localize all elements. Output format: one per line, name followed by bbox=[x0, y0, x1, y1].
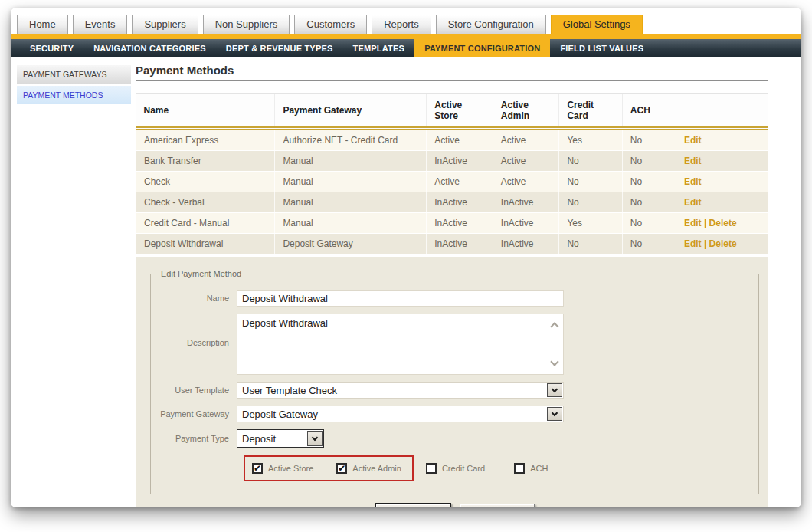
delete-link[interactable]: Delete bbox=[709, 218, 737, 228]
edit-link[interactable]: Edit bbox=[684, 197, 702, 208]
checkbox-ach[interactable]: ACH bbox=[514, 463, 548, 474]
unchecked-checkbox-icon[interactable] bbox=[514, 463, 525, 474]
cell-gateway: Manual bbox=[275, 213, 427, 234]
checked-checkbox-icon[interactable]: ✔ bbox=[336, 463, 347, 474]
action-separator: | bbox=[702, 238, 709, 249]
chevron-down-icon[interactable] bbox=[547, 407, 562, 421]
chevron-down-icon[interactable] bbox=[547, 383, 562, 397]
cell-gateway: Manual bbox=[275, 151, 427, 172]
cell-active-store: InActive bbox=[427, 151, 493, 172]
edit-payment-method-fieldset: Edit Payment Method Name Description Dep… bbox=[150, 269, 759, 494]
sidebar: PAYMENT GATEWAYSPAYMENT METHODS bbox=[11, 62, 136, 507]
chevron-down-icon[interactable] bbox=[307, 431, 323, 446]
payment-methods-table: NamePayment GatewayActive StoreActive Ad… bbox=[136, 93, 768, 255]
application-window: HomeEventsSuppliersNon SuppliersCustomer… bbox=[11, 8, 801, 507]
cell-name: Check bbox=[136, 172, 275, 192]
column-header-name: Name bbox=[136, 94, 275, 129]
edit-link[interactable]: Edit bbox=[684, 238, 702, 249]
cell-active-admin: InActive bbox=[493, 213, 559, 234]
cell-actions: Edit | Delete bbox=[676, 234, 768, 255]
tab-non-suppliers[interactable]: Non Suppliers bbox=[203, 15, 290, 34]
column-header-actions bbox=[676, 94, 768, 129]
table-row: Credit Card - ManualManualInActiveInActi… bbox=[136, 213, 768, 234]
cell-credit-card: No bbox=[559, 151, 622, 172]
tab-suppliers[interactable]: Suppliers bbox=[132, 15, 198, 34]
sidebar-item-payment-methods[interactable]: PAYMENT METHODS bbox=[17, 86, 131, 104]
subnav-item-field-list-values[interactable]: FIELD LIST VALUES bbox=[550, 39, 653, 57]
cell-gateway: Manual bbox=[275, 192, 427, 213]
scroll-down-icon[interactable] bbox=[550, 357, 558, 366]
cell-ach: No bbox=[622, 213, 676, 234]
update-button[interactable]: Update bbox=[375, 503, 451, 507]
column-header-active-store: Active Store bbox=[427, 94, 493, 129]
payment-type-value: Deposit bbox=[242, 433, 276, 445]
cell-name: Check - Verbal bbox=[136, 192, 275, 213]
subnav-item-templates[interactable]: TEMPLATES bbox=[343, 39, 415, 57]
cancel-button[interactable]: Cancel bbox=[460, 504, 535, 507]
cell-actions: Edit | Delete bbox=[676, 213, 768, 234]
sidebar-item-payment-gateways[interactable]: PAYMENT GATEWAYS bbox=[17, 65, 131, 84]
scroll-up-icon[interactable] bbox=[550, 322, 558, 330]
table-row: Bank TransferManualInActiveActiveNoNoEdi… bbox=[136, 151, 768, 172]
edit-link[interactable]: Edit bbox=[684, 176, 702, 187]
accent-strip bbox=[11, 34, 801, 39]
cell-name: Deposit Withdrawal bbox=[136, 234, 275, 255]
tab-home[interactable]: Home bbox=[17, 15, 68, 34]
tab-global-settings[interactable]: Global Settings bbox=[551, 15, 643, 34]
payment-type-select[interactable]: Deposit bbox=[237, 429, 324, 448]
table-row: Check - VerbalManualInActiveInActiveNoNo… bbox=[136, 192, 768, 213]
edit-link[interactable]: Edit bbox=[684, 156, 702, 166]
checkbox-active-admin[interactable]: ✔Active Admin bbox=[336, 463, 401, 474]
subnav-item-dept-revenue-types[interactable]: DEPT & REVENUE TYPES bbox=[216, 39, 343, 57]
payment-gateway-value: Deposit Gateway bbox=[242, 409, 318, 420]
checkbox-credit-card[interactable]: Credit Card bbox=[426, 463, 485, 474]
description-row: Description Deposit Withdrawal bbox=[151, 314, 758, 375]
user-template-row: User Template User Template Check bbox=[151, 382, 758, 399]
cell-actions: Edit bbox=[676, 192, 768, 213]
edit-link[interactable]: Edit bbox=[684, 218, 702, 228]
subnav-item-security[interactable]: SECURITY bbox=[20, 39, 83, 57]
description-label: Description bbox=[151, 338, 237, 347]
checkbox-active-store[interactable]: ✔Active Store bbox=[252, 463, 313, 474]
name-label: Name bbox=[151, 294, 237, 303]
column-header-active-admin: Active Admin bbox=[493, 94, 559, 129]
checkbox-label: ACH bbox=[530, 464, 548, 473]
cell-active-admin: Active bbox=[493, 129, 559, 151]
checked-checkbox-icon[interactable]: ✔ bbox=[252, 463, 263, 474]
cell-ach: No bbox=[622, 129, 676, 151]
checkbox-label: Active Store bbox=[268, 464, 313, 473]
cell-active-store: Active bbox=[427, 129, 493, 151]
subnav-item-navigation-categories[interactable]: NAVIGATION CATEGORIES bbox=[83, 39, 216, 57]
payment-type-row: Payment Type Deposit bbox=[151, 429, 758, 448]
tab-reports[interactable]: Reports bbox=[372, 15, 431, 34]
subnav-item-payment-configuration[interactable]: PAYMENT CONFIGURATION bbox=[414, 39, 550, 57]
cell-active-store: InActive bbox=[427, 234, 493, 255]
cell-name: American Express bbox=[136, 129, 275, 151]
user-template-select[interactable]: User Template Check bbox=[237, 382, 564, 399]
cell-ach: No bbox=[622, 234, 676, 255]
cell-ach: No bbox=[622, 151, 676, 172]
cell-active-store: InActive bbox=[427, 213, 493, 234]
unchecked-checkbox-icon[interactable] bbox=[426, 463, 437, 474]
tab-customers[interactable]: Customers bbox=[294, 15, 367, 34]
tab-store-configuration[interactable]: Store Configuration bbox=[436, 15, 546, 34]
cell-gateway: Deposit Gateway bbox=[275, 234, 427, 255]
name-input[interactable] bbox=[237, 290, 564, 307]
cell-gateway: Manual bbox=[275, 172, 427, 192]
cell-actions: Edit bbox=[676, 172, 768, 192]
delete-link[interactable]: Delete bbox=[709, 238, 737, 249]
action-separator: | bbox=[702, 218, 709, 228]
form-buttons: Update Cancel bbox=[150, 494, 759, 507]
cell-credit-card: No bbox=[559, 192, 622, 213]
payment-type-label: Payment Type bbox=[151, 434, 237, 443]
description-textarea[interactable]: Deposit Withdrawal bbox=[237, 314, 564, 375]
tab-events[interactable]: Events bbox=[73, 15, 128, 34]
edit-link[interactable]: Edit bbox=[684, 135, 702, 146]
cell-active-admin: InActive bbox=[493, 192, 559, 213]
table-row: CheckManualActiveActiveNoNoEdit bbox=[136, 172, 768, 192]
annotation-highlight-box: ✔Active Store✔Active Admin bbox=[244, 455, 414, 481]
cell-ach: No bbox=[622, 192, 676, 213]
payment-gateway-select[interactable]: Deposit Gateway bbox=[237, 406, 564, 422]
payment-gateway-row: Payment Gateway Deposit Gateway bbox=[151, 406, 758, 422]
name-row: Name bbox=[151, 290, 758, 307]
